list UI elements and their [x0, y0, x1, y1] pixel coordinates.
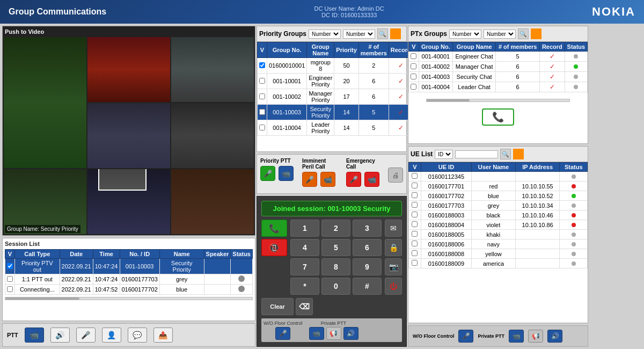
ue-checkbox[interactable]	[412, 260, 418, 266]
clear-btn[interactable]: Clear	[261, 298, 294, 315]
ptx-group-name: Manager Chat	[452, 62, 495, 72]
ptx-group-row[interactable]: 001-40002 Manager Chat 6 ✓	[409, 62, 588, 72]
ptt-exit-btn[interactable]: 📤	[153, 328, 173, 343]
emergency-mic-btn[interactable]: 🎤	[346, 172, 361, 187]
ptx-checkbox[interactable]	[411, 53, 416, 59]
right-wo-mic-btn[interactable]: 🎤	[458, 330, 473, 343]
dial-key-2[interactable]: 2	[321, 220, 350, 237]
ue-filter[interactable]: ID	[435, 150, 453, 159]
priority-orange-btn[interactable]	[390, 28, 401, 39]
ue-list-row[interactable]: 01600188005 khaki	[409, 230, 588, 239]
ue-search-btn[interactable]: 🔍	[500, 149, 511, 159]
ue-orange-btn[interactable]	[513, 149, 524, 159]
answer-call-btn[interactable]: 📞	[261, 220, 287, 237]
ptx-checkbox[interactable]	[411, 84, 416, 90]
session-row[interactable]: Connecting... 2022.09.21 10:47:52 016001…	[5, 285, 253, 295]
private-ptt-speaker-btn[interactable]: 📢	[326, 327, 341, 340]
ue-list-row[interactable]: 01600177702 blue 10.10.10.52	[409, 191, 588, 201]
ptx-call-btn[interactable]: 📞	[482, 108, 514, 126]
ue-list-row[interactable]: 01600177701 red 10.10.10.55	[409, 181, 588, 191]
priority-search-btn[interactable]: 🔍	[377, 28, 388, 39]
ue-checkbox[interactable]	[412, 202, 418, 208]
envelope-btn[interactable]: ✉	[385, 220, 402, 237]
private-ptt-btns: 📹 📢 🔊	[309, 327, 358, 340]
ptt-person-btn[interactable]: 👤	[102, 328, 121, 343]
ue-checkbox[interactable]	[412, 212, 418, 217]
ue-checkbox[interactable]	[412, 192, 418, 198]
ptx-orange-btn[interactable]	[531, 28, 541, 39]
ue-search-input[interactable]	[455, 150, 498, 158]
col-v: V	[5, 250, 15, 259]
ue-list-row[interactable]: 01600112345	[409, 172, 588, 181]
ue-user-name: black	[472, 210, 516, 220]
ue-checkbox[interactable]	[412, 231, 418, 237]
imminent-mic-btn[interactable]: 🎤	[302, 172, 317, 187]
emergency-video-btn[interactable]: 📹	[364, 172, 379, 187]
session-scrollbar[interactable]	[5, 297, 253, 300]
private-ptt-mic2-btn[interactable]: 🔊	[343, 327, 358, 340]
print-btn[interactable]: 🖨	[388, 168, 403, 183]
pg-checkbox[interactable]	[259, 125, 265, 130]
ue-checkbox[interactable]	[412, 221, 418, 227]
pg-checkbox[interactable]	[259, 78, 265, 84]
dial-key-7[interactable]: 7	[290, 258, 319, 275]
ue-checkbox[interactable]	[412, 250, 418, 256]
pg-checkbox[interactable]	[259, 93, 265, 99]
dial-key-#[interactable]: #	[353, 278, 382, 295]
right-private-video-btn[interactable]: 📹	[509, 330, 524, 343]
ue-status-dot	[560, 239, 588, 249]
ue-list-row[interactable]: 01600188008 yellow	[409, 249, 588, 259]
ue-list-row[interactable]: 01600188009 america	[409, 259, 588, 268]
ue-checkbox[interactable]	[412, 183, 418, 188]
ptt-speaker-btn[interactable]: 🔊	[50, 328, 70, 343]
lock-btn[interactable]: 🔒	[385, 239, 402, 256]
dial-key-8[interactable]: 8	[321, 258, 350, 275]
ptt-mic-btn[interactable]: 🎤	[76, 328, 96, 343]
session-row[interactable]: 1:1 PTT out 2022.09.21 10:47:24 01600177…	[5, 274, 253, 285]
ue-list-row[interactable]: 01600188006 navy	[409, 239, 588, 249]
ptx-filter2[interactable]: Number	[484, 30, 516, 39]
priority-ptt-video-btn[interactable]: 📹	[279, 166, 294, 181]
wo-floor-mic-btn[interactable]: 🎤	[275, 327, 290, 340]
ue-checkbox[interactable]	[412, 241, 418, 246]
session-checkbox[interactable]	[7, 276, 13, 282]
priority-filter1[interactable]: Number	[309, 30, 341, 39]
dial-key-3[interactable]: 3	[353, 220, 382, 237]
pg-checkbox[interactable]	[259, 109, 265, 115]
ptx-checkbox[interactable]	[411, 74, 416, 79]
ue-checkbox[interactable]	[412, 173, 418, 179]
dial-key-1[interactable]: 1	[290, 220, 319, 237]
ptt-video-btn[interactable]: 📹	[25, 328, 44, 343]
ptx-filter1[interactable]: Number	[449, 30, 481, 39]
ptx-search-btn[interactable]: 🔍	[518, 28, 529, 39]
ptx-group-row[interactable]: 001-40003 Security Chat 6 ✓	[409, 72, 588, 82]
ptx-group-row[interactable]: 001-40001 Engineer Chat 5 ✓	[409, 52, 588, 62]
ptx-group-row[interactable]: 001-40004 Leader Chat 6 ✓	[409, 82, 588, 92]
imminent-video-btn[interactable]: 📹	[320, 172, 335, 187]
right-private-speaker-btn[interactable]: 📢	[528, 330, 543, 343]
dial-key-*[interactable]: *	[290, 278, 319, 295]
dial-key-4[interactable]: 4	[290, 239, 319, 256]
pg-checkbox[interactable]	[259, 62, 265, 68]
ue-list-row[interactable]: 01600188004 violet 10.10.10.86	[409, 220, 588, 230]
priority-filter2[interactable]: Number	[343, 30, 375, 39]
dial-key-0[interactable]: 0	[321, 278, 350, 295]
session-row[interactable]: Priority PTV out 2022.09.21 10:47:24 001…	[5, 259, 253, 274]
dial-key-6[interactable]: 6	[353, 239, 382, 256]
ue-list-row[interactable]: 01600177703 grey 10.10.10.34	[409, 201, 588, 210]
dial-key-5[interactable]: 5	[321, 239, 350, 256]
private-ptt-video-btn[interactable]: 📹	[309, 327, 324, 340]
ptx-scrollbar[interactable]	[426, 99, 569, 102]
ue-list-row[interactable]: 01600188003 black 10.10.10.46	[409, 210, 588, 220]
backspace-btn[interactable]: ⌫	[296, 298, 313, 315]
session-checkbox[interactable]	[7, 263, 13, 269]
camera-btn[interactable]: 📷	[385, 258, 402, 275]
priority-ptt-mic-btn[interactable]: 🎤	[260, 166, 275, 181]
ptt-chat-btn[interactable]: 💬	[128, 328, 147, 343]
session-checkbox[interactable]	[7, 286, 13, 292]
end-call-btn[interactable]: 📵	[261, 239, 287, 256]
right-private-mic2-btn[interactable]: 🔊	[547, 330, 562, 343]
dial-key-9[interactable]: 9	[353, 258, 382, 275]
power-btn[interactable]: ⏻	[385, 278, 402, 295]
ptx-checkbox[interactable]	[411, 63, 416, 69]
